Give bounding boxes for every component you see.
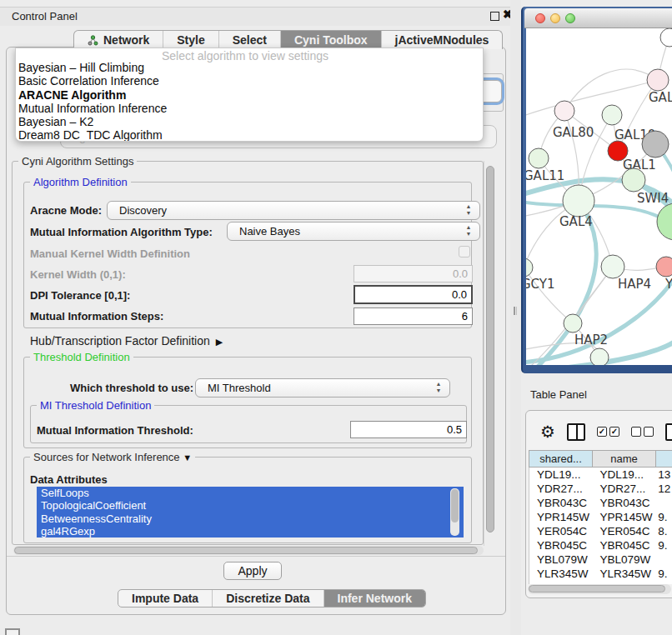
tab-impute-data-label: Impute Data xyxy=(132,592,198,605)
network-node[interactable] xyxy=(660,28,672,47)
column-header-shared[interactable]: shared... xyxy=(529,450,592,468)
network-node[interactable] xyxy=(529,148,549,168)
algorithm-definition-title: Algorithm Definition xyxy=(30,176,131,188)
mi-threshold-field[interactable] xyxy=(350,421,467,438)
unselect-all-columns-icon[interactable] xyxy=(631,427,654,437)
apply-button[interactable]: Apply xyxy=(223,562,282,580)
tab-discretize-data[interactable]: Discretize Data xyxy=(213,590,323,607)
checked-checkbox-icon: ✓ xyxy=(609,427,619,437)
zoom-traffic-light-icon[interactable] xyxy=(565,13,575,23)
table-row[interactable]: YER054C YER054C 8. xyxy=(529,524,672,538)
gear-icon[interactable]: ⚙ xyxy=(540,421,555,442)
kernel-width-field[interactable] xyxy=(354,265,473,282)
control-panel-tabbar: Network Style Select Cyni Toolbox jActiv… xyxy=(73,30,503,49)
attribute-item-selected[interactable]: TopologicalCoefficient xyxy=(37,499,464,512)
kernel-width-label: Kernel Width (0,1): xyxy=(30,268,126,281)
column-header-partial[interactable] xyxy=(655,450,672,468)
table-row[interactable]: YDL19... YDL19... 13 xyxy=(529,468,672,482)
scrollbar-thumb[interactable] xyxy=(14,547,478,554)
network-node[interactable] xyxy=(601,255,624,278)
table-row[interactable]: YDR27... YDR27... 12 xyxy=(529,482,672,496)
attribute-item-selected[interactable]: BetweennessCentrality xyxy=(37,512,464,525)
select-all-columns-icon[interactable]: ✓ ✓ xyxy=(597,427,619,437)
cell-value: 12 xyxy=(655,482,672,496)
tab-select[interactable]: Select xyxy=(219,31,281,49)
network-node[interactable] xyxy=(526,258,533,277)
algorithm-option[interactable]: Basic Correlation Inference xyxy=(16,74,483,88)
unchecked-checkbox-icon xyxy=(631,427,641,437)
divider-grip-icon[interactable] xyxy=(514,307,517,315)
attribute-item-selected[interactable]: SelfLoops xyxy=(37,487,464,499)
table-horizontal-scrollbar[interactable] xyxy=(528,584,671,594)
aracne-mode-combobox[interactable]: Discovery ▲▼ xyxy=(107,201,480,220)
network-node[interactable] xyxy=(656,257,672,277)
column-header-name[interactable]: name xyxy=(592,450,655,468)
cell-shared-name: YLR345W xyxy=(529,567,593,581)
document-icon[interactable] xyxy=(665,423,672,441)
table-row[interactable]: YLR345W YLR345W 9. xyxy=(529,567,672,581)
tab-cyni-toolbox[interactable]: Cyni Toolbox xyxy=(281,31,382,49)
cell-shared-name: YPR145W xyxy=(529,510,593,524)
cell-value: 9. xyxy=(655,567,672,581)
algorithm-option[interactable]: Dream8 DC_TDC Algorithm xyxy=(16,128,483,142)
mi-type-combobox[interactable]: Naive Bayes ▲▼ xyxy=(227,222,480,241)
table-row[interactable]: YBL079W YBL079W xyxy=(529,552,672,567)
scrollbar-thumb[interactable] xyxy=(451,489,459,522)
network-node[interactable] xyxy=(622,168,645,192)
table-toolbar: ⚙ ✓ ✓ xyxy=(540,420,672,443)
network-node[interactable] xyxy=(657,203,672,240)
network-node[interactable] xyxy=(647,69,669,91)
close-traffic-light-icon[interactable] xyxy=(535,13,545,23)
network-canvas[interactable]: GALGAL80GAL10GAL1GAL11SWI4GAL4GCY1HAP4YH… xyxy=(526,28,672,365)
columns-icon[interactable] xyxy=(567,423,585,441)
table-row[interactable]: YBR045C YBR045C 9. xyxy=(529,538,672,552)
minimize-traffic-light-icon[interactable] xyxy=(550,13,560,23)
cell-name: YDL19... xyxy=(593,468,656,482)
mi-steps-field[interactable] xyxy=(354,308,473,325)
table-row[interactable]: YBR043C YBR043C xyxy=(529,496,672,510)
aracne-mode-value: Discovery xyxy=(119,204,167,217)
network-graph[interactable]: GALGAL80GAL10GAL1GAL11SWI4GAL4GCY1HAP4YH… xyxy=(526,28,672,365)
cell-name: YDR27... xyxy=(593,482,656,496)
network-node[interactable] xyxy=(590,348,609,365)
tab-style[interactable]: Style xyxy=(163,31,218,49)
algorithm-option[interactable]: Bayesian – Hill Climbing xyxy=(16,61,483,74)
sources-title[interactable]: Sources for Network Inference ▼ xyxy=(30,451,195,463)
data-attributes-label: Data Attributes xyxy=(30,473,108,486)
cell-value xyxy=(655,496,672,510)
algorithm-option[interactable]: Mutual Information Inference xyxy=(16,102,483,115)
settings-vertical-scrollbar[interactable] xyxy=(484,161,495,546)
tab-network[interactable]: Network xyxy=(74,31,163,49)
manual-kernel-checkbox[interactable] xyxy=(459,246,470,258)
tab-impute-data[interactable]: Impute Data xyxy=(118,590,213,607)
attribute-item-selected[interactable]: gal4RGexp xyxy=(37,525,464,538)
dpi-tolerance-field[interactable] xyxy=(354,285,473,304)
dpi-tolerance-label: DPI Tolerance [0,1]: xyxy=(30,289,130,302)
table-header-row: shared... name xyxy=(529,450,672,468)
network-node-label: HAP2 xyxy=(574,332,608,348)
network-node[interactable] xyxy=(642,131,669,158)
network-window-titlebar[interactable] xyxy=(524,8,672,28)
float-window-icon[interactable] xyxy=(490,12,499,21)
algorithm-option[interactable]: ARACNE Algorithm xyxy=(16,88,483,102)
scrollbar-thumb[interactable] xyxy=(529,585,665,592)
minimized-panel-stub[interactable] xyxy=(5,628,20,635)
network-edge[interactable] xyxy=(564,69,658,111)
algorithm-dropdown-popup: Select algorithm to view settings Bayesi… xyxy=(15,48,484,142)
hub-definition-toggle[interactable]: Hub/Transcription Factor Definition ▶ xyxy=(30,334,223,348)
table-panel-title: Table Panel xyxy=(530,388,587,401)
data-attributes-list: SelfLoops TopologicalCoefficient Between… xyxy=(37,487,464,538)
network-node[interactable] xyxy=(564,314,582,332)
tab-infer-network[interactable]: Infer Network xyxy=(324,590,425,607)
tab-jactivemnodules[interactable]: jActiveMNodules xyxy=(382,31,503,49)
attribute-list-scrollbar[interactable] xyxy=(450,488,459,536)
scrollbar-thumb[interactable] xyxy=(486,166,494,532)
network-node[interactable] xyxy=(554,101,574,121)
panel-divider[interactable] xyxy=(510,0,521,635)
algorithm-option[interactable]: Bayesian – K2 xyxy=(16,115,483,128)
settings-horizontal-scrollbar[interactable] xyxy=(13,546,484,555)
network-node[interactable] xyxy=(563,185,594,217)
which-threshold-combobox[interactable]: MI Threshold ▲▼ xyxy=(195,378,450,398)
table-row[interactable]: YPR145W YPR145W 9. xyxy=(529,510,672,524)
network-node[interactable] xyxy=(602,105,622,125)
